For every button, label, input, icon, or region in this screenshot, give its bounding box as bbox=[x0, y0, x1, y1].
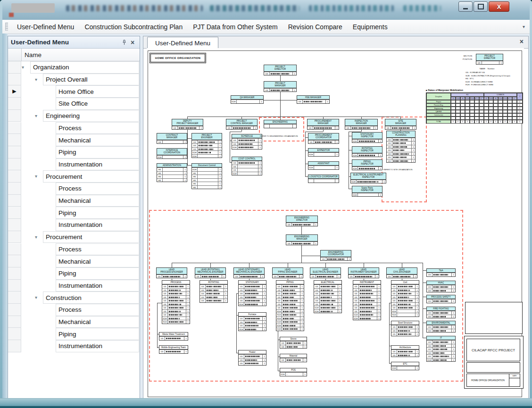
row-selector[interactable] bbox=[8, 183, 21, 195]
row-selector[interactable] bbox=[8, 110, 21, 122]
manpower-cell: GS bbox=[484, 97, 489, 100]
row-selector[interactable] bbox=[8, 207, 21, 219]
org-box-name bbox=[163, 168, 183, 171]
org-box-count: 1 bbox=[262, 285, 266, 288]
org-box-row: GS1 bbox=[391, 288, 419, 292]
name-smudge bbox=[245, 286, 260, 287]
tree-item-label: Instrumentation bbox=[56, 158, 139, 171]
tree-item-mechanical[interactable]: Mechanical bbox=[8, 134, 140, 146]
name-smudge bbox=[283, 311, 295, 312]
menu-item-pjt-data-from-other-system[interactable]: PJT Data from Other System bbox=[188, 21, 283, 33]
tree-item-instrumentation[interactable]: Instrumentation bbox=[8, 158, 140, 171]
tree-item-procurement[interactable]: ▾Procurement bbox=[8, 170, 140, 183]
menu-item-construction-subcontracting-plan[interactable]: Construction Subcontracting Plan bbox=[79, 21, 188, 33]
org-box-code: GS bbox=[308, 126, 313, 130]
menu-overflow-arrow[interactable]: ▾ bbox=[523, 24, 525, 29]
row-selector[interactable] bbox=[8, 146, 21, 158]
menu-item-equipments[interactable]: Equipments bbox=[348, 21, 393, 33]
org-box-count: 1 bbox=[451, 325, 455, 329]
row-selector[interactable] bbox=[8, 231, 21, 243]
tree-item-process[interactable]: Process bbox=[8, 243, 140, 256]
document-close-icon[interactable]: × bbox=[520, 38, 524, 45]
org-box-row: GS1 bbox=[162, 295, 190, 299]
title-bar[interactable]: X bbox=[0, 0, 532, 20]
row-selector[interactable] bbox=[8, 340, 21, 352]
row-selector[interactable] bbox=[8, 219, 21, 231]
row-selector[interactable] bbox=[8, 134, 21, 146]
expander-icon[interactable]: ▾ bbox=[35, 174, 37, 179]
tab-user-defined-menu[interactable]: User-Defined Menu bbox=[147, 37, 218, 49]
manpower-cell: 0 bbox=[517, 100, 523, 103]
name-column-header[interactable]: Name bbox=[22, 49, 140, 61]
expander-icon[interactable]: ▾ bbox=[22, 65, 24, 70]
row-selector[interactable] bbox=[8, 328, 21, 340]
tree-item-instrumentation[interactable]: Instrumentation bbox=[8, 340, 140, 352]
row-selector[interactable] bbox=[8, 158, 21, 171]
name-smudge bbox=[398, 330, 410, 332]
tree-item-process[interactable]: Process bbox=[8, 183, 140, 195]
tree-item-process[interactable]: Process bbox=[8, 122, 140, 134]
panel-close-icon[interactable]: × bbox=[128, 39, 137, 46]
row-selector[interactable] bbox=[8, 122, 21, 134]
tree-item-piping[interactable]: Piping bbox=[8, 328, 140, 340]
expander-icon[interactable]: ▾ bbox=[35, 234, 37, 240]
name-smudge bbox=[241, 276, 258, 277]
row-selector[interactable] bbox=[8, 304, 21, 316]
tree-item-instrumentation[interactable]: Instrumentation bbox=[8, 280, 140, 292]
org-box-name bbox=[282, 306, 300, 309]
tree-item-mechanical[interactable]: Mechanical bbox=[8, 195, 140, 207]
name-smudge bbox=[360, 311, 372, 312]
row-selector[interactable] bbox=[8, 61, 21, 74]
tree-item-mechanical[interactable]: Mechanical bbox=[8, 316, 140, 328]
tree-item-instrumentation[interactable]: Instrumentation bbox=[8, 219, 140, 231]
tree-item-piping[interactable]: Piping bbox=[8, 267, 140, 280]
row-selector[interactable] bbox=[8, 98, 21, 110]
menu-item-user-defined-menu[interactable]: User-Defined Menu bbox=[12, 21, 79, 33]
pin-icon[interactable] bbox=[120, 39, 128, 46]
menu-item-revision-compare[interactable]: Revision Compare bbox=[283, 21, 348, 33]
org-box-code: GS bbox=[232, 142, 238, 146]
tree-item-construction[interactable]: ▾Construction bbox=[8, 291, 140, 304]
row-selector[interactable] bbox=[8, 170, 21, 183]
manpower-cell: 0 bbox=[517, 117, 523, 120]
expander-icon[interactable]: ▾ bbox=[35, 77, 37, 82]
org-box-code: GS bbox=[427, 351, 432, 355]
tree-item-procurement[interactable]: ▾Procurement bbox=[8, 231, 140, 243]
row-selector[interactable] bbox=[8, 74, 21, 86]
row-selector[interactable] bbox=[8, 316, 21, 328]
minimize-button[interactable] bbox=[458, 1, 473, 12]
expander-icon[interactable]: ▾ bbox=[35, 113, 37, 118]
org-box: SITE MANAGERGS1 bbox=[385, 119, 416, 130]
row-selector[interactable]: ▶ bbox=[8, 85, 21, 98]
row-selector[interactable] bbox=[8, 267, 21, 280]
tree-item-mechanical[interactable]: Mechanical bbox=[8, 255, 140, 267]
tree-item-organization[interactable]: ▾Organization bbox=[8, 61, 140, 74]
close-button[interactable]: X bbox=[489, 1, 509, 12]
manpower-cell: 0 bbox=[498, 120, 503, 124]
row-selector[interactable] bbox=[8, 255, 21, 267]
org-box-count: 1 bbox=[224, 289, 227, 292]
tree-item-site-office[interactable]: Site Office bbox=[8, 98, 140, 110]
connector-line bbox=[280, 117, 281, 120]
expander-icon[interactable]: ▾ bbox=[35, 295, 37, 300]
row-selector[interactable] bbox=[8, 291, 21, 304]
tree-item-project-overall[interactable]: ▾Project Overall bbox=[8, 74, 140, 86]
maximize-button[interactable] bbox=[474, 1, 488, 12]
row-selector[interactable] bbox=[8, 195, 21, 207]
tree-item-process[interactable]: Process bbox=[8, 304, 140, 316]
org-box-row: GS1 bbox=[200, 295, 227, 299]
connector-line bbox=[264, 100, 297, 100]
manpower-cell bbox=[484, 110, 489, 113]
tree-item-home-office[interactable]: ▶Home Office bbox=[8, 85, 140, 98]
org-box-code: GS bbox=[353, 306, 359, 309]
connector-line bbox=[280, 75, 281, 81]
tree-item-piping[interactable]: Piping bbox=[8, 146, 140, 158]
org-box-row: GS1 bbox=[353, 299, 381, 302]
manpower-cell bbox=[507, 107, 512, 110]
org-box: PROJECT DIRECTORGS1 bbox=[264, 65, 297, 75]
connector-line bbox=[305, 132, 323, 132]
tree-item-piping[interactable]: Piping bbox=[8, 207, 140, 219]
tree-item-engineering[interactable]: ▾Engineering bbox=[8, 110, 140, 122]
row-selector[interactable] bbox=[8, 280, 21, 292]
row-selector[interactable] bbox=[8, 243, 21, 256]
